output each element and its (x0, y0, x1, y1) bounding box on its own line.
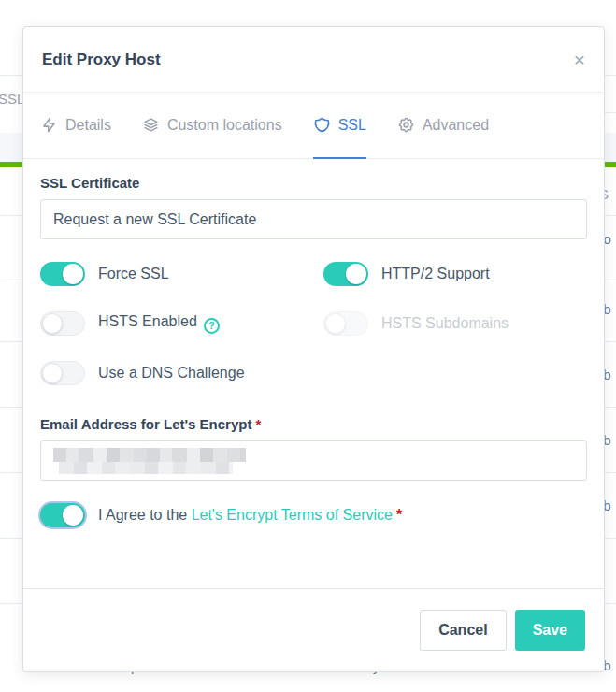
required-asterisk: * (396, 507, 402, 523)
toggle-knob (63, 505, 83, 526)
ssl-options: Force SSL HTTP/2 Support HSTS Enabled? H… (40, 262, 587, 385)
tab-ssl[interactable]: SSL (313, 93, 366, 159)
toggle-knob (325, 313, 346, 334)
tab-details[interactable]: Details (40, 93, 111, 159)
tab-custom-locations[interactable]: Custom locations (142, 93, 282, 159)
hsts-enabled-label: HSTS Enabled? (98, 313, 220, 334)
redacted-email-value (53, 448, 246, 474)
tab-label: Custom locations (167, 117, 282, 134)
force-ssl-label: Force SSL (98, 266, 169, 282)
save-button[interactable]: Save (515, 610, 585, 651)
modal-title: Edit Proxy Host (42, 50, 161, 69)
hsts-subdomains-label: HSTS Subdomains (381, 315, 509, 332)
shield-icon (313, 116, 331, 134)
email-input[interactable] (40, 440, 587, 481)
email-label: Email Address for Let's Encrypt* (40, 416, 587, 432)
hsts-enabled-toggle[interactable] (40, 311, 85, 336)
required-asterisk: * (255, 416, 261, 432)
agree-tos-label: I Agree to the Let's Encrypt Terms of Se… (98, 507, 402, 524)
toggle-knob (42, 363, 63, 383)
toggle-knob (42, 313, 63, 334)
tab-bar: Details Custom locations SSL Advanced (23, 93, 604, 159)
agree-tos-row: I Agree to the Let's Encrypt Terms of Se… (40, 503, 587, 527)
tab-label: Advanced (423, 117, 489, 134)
hsts-enabled-row: HSTS Enabled? (40, 311, 323, 336)
hsts-subdomains-row: HSTS Subdomains (323, 311, 587, 336)
dns-challenge-label: Use a DNS Challenge (98, 365, 245, 382)
tab-label: SSL (338, 117, 366, 134)
dns-challenge-row: Use a DNS Challenge (40, 361, 323, 385)
toggle-knob (346, 264, 366, 284)
force-ssl-toggle[interactable] (40, 262, 85, 286)
tab-advanced[interactable]: Advanced (397, 93, 489, 159)
ssl-certificate-label: SSL Certificate (40, 175, 587, 191)
help-icon[interactable]: ? (204, 318, 220, 334)
http2-support-toggle[interactable] (323, 262, 368, 286)
gear-icon (397, 116, 415, 134)
http2-support-row: HTTP/2 Support (323, 262, 587, 286)
lightning-icon (40, 116, 58, 134)
http2-support-label: HTTP/2 Support (381, 266, 490, 282)
force-ssl-row: Force SSL (40, 262, 323, 286)
agree-tos-toggle[interactable] (40, 503, 85, 527)
toggle-knob (63, 264, 83, 284)
ssl-certificate-select[interactable]: Request a new SSL Certificate (40, 199, 587, 239)
ssl-certificate-value: Request a new SSL Certificate (53, 211, 256, 228)
bg-fragment-ssl: SSL (0, 91, 24, 107)
ssl-tab-panel: SSL Certificate Request a new SSL Certif… (23, 159, 604, 588)
tab-label: Details (65, 117, 111, 134)
cancel-button[interactable]: Cancel (420, 610, 506, 651)
dns-challenge-toggle[interactable] (40, 361, 85, 385)
lets-encrypt-tos-link[interactable]: Let's Encrypt Terms of Service (192, 507, 393, 523)
edit-proxy-host-modal: Edit Proxy Host × Details Custom locatio… (22, 26, 605, 672)
modal-footer: Cancel Save (23, 588, 604, 671)
layers-icon (142, 116, 160, 134)
modal-header: Edit Proxy Host × (23, 27, 604, 93)
hsts-subdomains-toggle (323, 311, 368, 336)
close-icon[interactable]: × (574, 50, 585, 69)
